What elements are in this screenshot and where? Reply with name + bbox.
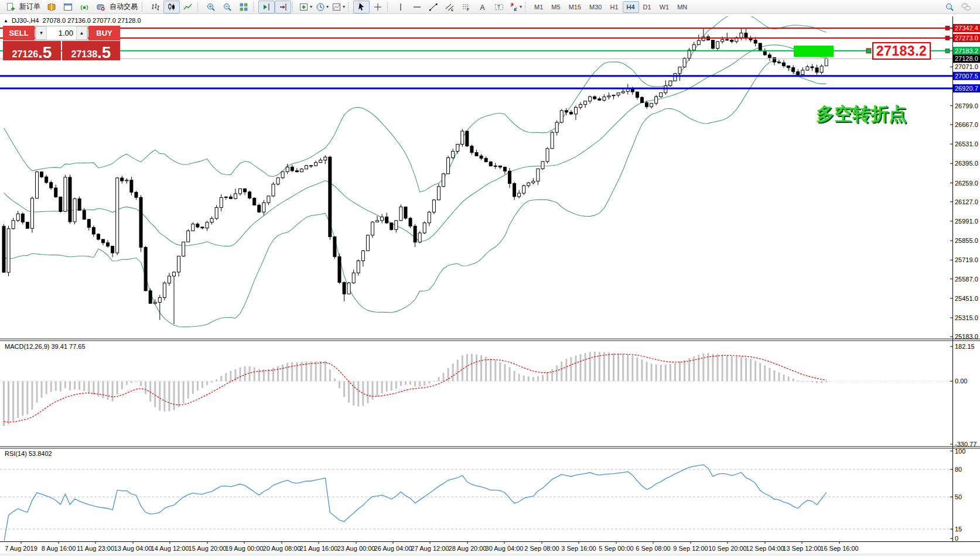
svg-text:T: T <box>497 4 500 10</box>
search-button[interactable] <box>941 1 958 13</box>
indicators-button[interactable]: ▾ <box>298 1 314 13</box>
svg-text:25587.0: 25587.0 <box>955 276 978 283</box>
candle-chart-button[interactable] <box>163 1 180 13</box>
svg-text:E: E <box>451 8 453 12</box>
svg-text:30 Aug 04:00: 30 Aug 04:00 <box>486 545 524 552</box>
toolbar-separator <box>253 2 256 12</box>
turning-point-note[interactable]: 多空转折点 <box>816 102 907 126</box>
timeframe-m5[interactable]: M5 <box>547 1 564 13</box>
buy-button[interactable]: BUY <box>88 26 120 40</box>
new-order-label[interactable]: 新订单 <box>19 2 40 12</box>
volume-input[interactable]: 1.00 <box>47 26 76 40</box>
price-callout-box[interactable]: 27183.2 <box>872 42 931 60</box>
template-button[interactable]: ▾ <box>330 1 347 13</box>
toolbar-separator <box>525 2 528 12</box>
svg-text:F: F <box>467 8 469 12</box>
svg-text:25451.0: 25451.0 <box>955 295 978 302</box>
chat-button[interactable] <box>958 1 974 13</box>
crosshair-button[interactable] <box>370 1 386 13</box>
bar-chart-icon <box>151 2 160 12</box>
volume-stepper: ▼ 1.00 ▲ <box>35 26 88 40</box>
svg-text:13 Aug 04:00: 13 Aug 04:00 <box>114 545 152 552</box>
arrows-button[interactable]: ▾ <box>507 1 524 13</box>
timeframe-clock-button[interactable]: ▾ <box>314 1 330 13</box>
svg-text:27273.0: 27273.0 <box>955 35 978 42</box>
arrows-icon <box>509 2 518 12</box>
svg-text:5 Sep 00:00: 5 Sep 00:00 <box>599 545 633 552</box>
chart-header: ▲ DJ30-,H4 27078.0 27136.0 27077.0 27128… <box>4 17 141 24</box>
sell-price-display[interactable]: 27126.5 <box>3 41 61 60</box>
data-window-button[interactable] <box>60 1 76 13</box>
svg-text:26395.0: 26395.0 <box>955 160 978 167</box>
auto-scroll-button[interactable] <box>275 1 291 13</box>
text-label-button[interactable]: T <box>491 1 507 13</box>
window-bottom-strip <box>0 553 980 556</box>
svg-text:26127.0: 26127.0 <box>955 198 978 205</box>
svg-text:26 Aug 04:00: 26 Aug 04:00 <box>374 545 412 552</box>
text-a-icon: A <box>478 2 487 12</box>
svg-text:21 Aug 16:00: 21 Aug 16:00 <box>300 545 338 552</box>
timeframe-m1[interactable]: M1 <box>530 1 547 13</box>
line-chart-button[interactable] <box>180 1 196 13</box>
collapse-triangle-icon[interactable]: ▲ <box>4 18 8 23</box>
text-button[interactable]: A <box>474 1 491 13</box>
new-order-button[interactable] <box>2 1 19 13</box>
cursor-button[interactable] <box>353 1 370 13</box>
trendline-icon <box>429 2 438 12</box>
search-icon <box>945 2 954 12</box>
buy-price-display[interactable]: 27138.5 <box>62 41 120 60</box>
timeframe-mn[interactable]: MN <box>673 1 691 13</box>
svg-text:0.00: 0.00 <box>955 377 967 385</box>
toolbar-separator <box>142 2 145 12</box>
tile-windows-icon <box>239 2 248 12</box>
doc-plus-icon <box>6 2 15 12</box>
volume-up-button[interactable]: ▲ <box>76 26 87 40</box>
auto-scroll-icon <box>278 2 288 12</box>
timeframe-h1[interactable]: H1 <box>606 1 622 13</box>
auto-trading-button[interactable] <box>93 1 109 13</box>
channel-button[interactable]: E <box>442 1 458 13</box>
svg-text:28 Aug 20:00: 28 Aug 20:00 <box>449 545 487 552</box>
timeframe-h4[interactable]: H4 <box>623 1 639 13</box>
chevron-down-icon: ▾ <box>520 4 522 9</box>
svg-text:26920.7: 26920.7 <box>955 85 978 92</box>
one-click-trade-panel: SELL ▼ 1.00 ▲ BUY 27126.5 27138.5 <box>3 26 120 60</box>
timeframe-d1[interactable]: D1 <box>639 1 655 13</box>
chart-canvas[interactable]: 27071.026799.026667.026531.026395.026259… <box>0 0 980 556</box>
svg-text:25855.0: 25855.0 <box>955 237 978 244</box>
rsi-indicator-label: RSI(14) 53.8402 <box>5 450 52 457</box>
svg-text:14 Aug 12:00: 14 Aug 12:00 <box>151 545 189 552</box>
fibonacci-button[interactable]: F <box>458 1 474 13</box>
trendline-button[interactable] <box>425 1 442 13</box>
tile-windows-button[interactable] <box>235 1 252 13</box>
svg-text:7 Aug 2019: 7 Aug 2019 <box>5 545 37 552</box>
symbol-title: DJ30-,H4 <box>12 17 39 24</box>
zoom-out-button[interactable] <box>219 1 235 13</box>
svg-text:26531.0: 26531.0 <box>955 140 978 147</box>
zoom-in-icon <box>206 2 216 12</box>
timeframe-m30[interactable]: M30 <box>585 1 606 13</box>
window-icon <box>63 2 73 12</box>
bar-chart-button[interactable] <box>147 1 163 13</box>
crosshair-icon <box>373 2 383 12</box>
timeframe-m15[interactable]: M15 <box>565 1 585 13</box>
toolbar: 新订单 自动交易 ▾ ▾ <box>0 0 980 14</box>
chart-shift-button[interactable] <box>258 1 275 13</box>
svg-text:27183.2: 27183.2 <box>955 47 978 54</box>
svg-text:13 Sep 12:00: 13 Sep 12:00 <box>783 545 821 552</box>
svg-text:27 Aug 12:00: 27 Aug 12:00 <box>411 545 449 552</box>
volume-down-button[interactable]: ▼ <box>36 26 47 40</box>
signal-button[interactable] <box>76 1 93 13</box>
auto-trading-label[interactable]: 自动交易 <box>110 2 138 12</box>
svg-text:11 Aug 23:00: 11 Aug 23:00 <box>77 545 114 552</box>
svg-text:15 Aug 20:00: 15 Aug 20:00 <box>189 545 227 552</box>
macd-indicator-label: MACD(12,26,9) 39.41 77.65 <box>5 343 86 350</box>
horizontal-line-button[interactable] <box>409 1 425 13</box>
horizontal-line-icon <box>412 2 422 12</box>
vertical-line-button[interactable] <box>392 1 409 13</box>
zoom-in-button[interactable] <box>203 1 219 13</box>
timeframe-w1[interactable]: W1 <box>655 1 674 13</box>
market-book-button[interactable] <box>43 1 60 13</box>
chevron-down-icon: ▾ <box>343 4 345 9</box>
sell-button[interactable]: SELL <box>3 26 35 40</box>
